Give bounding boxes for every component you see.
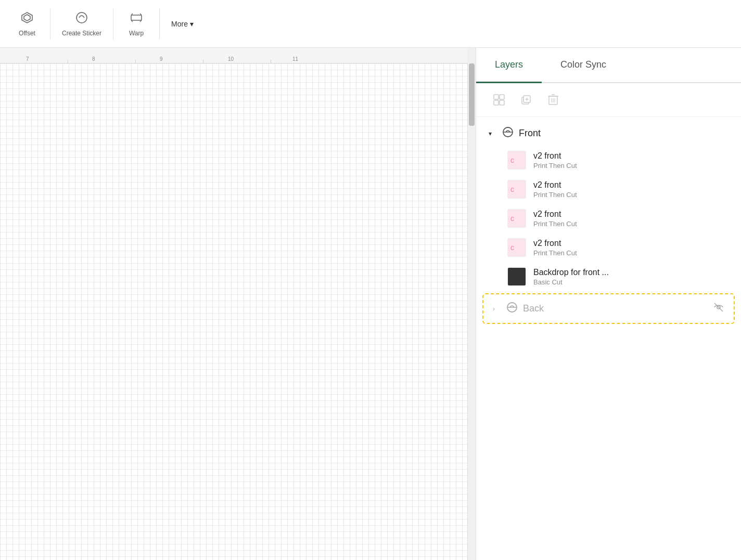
layer-name-4: v2 front xyxy=(533,239,577,248)
layer-item-3[interactable]: c v2 front Print Then Cut xyxy=(476,204,741,233)
offset-icon xyxy=(20,11,34,28)
toolbar: Offset Create Sticker Warp More xyxy=(0,0,741,48)
layer-info-backdrop: Backdrop for front ... Basic Cut xyxy=(533,268,609,286)
layer-info-2: v2 front Print Then Cut xyxy=(533,180,577,199)
layer-type-4: Print Then Cut xyxy=(533,249,577,257)
right-panel: Layers Color Sync xyxy=(476,48,741,560)
layer-type-2: Print Then Cut xyxy=(533,191,577,199)
divider-2 xyxy=(113,8,113,40)
front-group-label: Front xyxy=(519,128,541,139)
warp-label: Warp xyxy=(129,30,144,37)
layer-thumb-1: c xyxy=(507,151,526,170)
canvas-area[interactable]: 7 8 9 10 11 xyxy=(0,48,476,560)
layer-info-3: v2 front Print Then Cut xyxy=(533,210,577,228)
front-link-icon xyxy=(502,126,514,140)
layer-thumb-4: c xyxy=(507,238,526,257)
layer-item-1[interactable]: c v2 front Print Then Cut xyxy=(476,146,741,175)
layer-type-1: Print Then Cut xyxy=(533,162,577,170)
svg-rect-10 xyxy=(494,100,499,105)
main-area: 7 8 9 10 11 Layers Color Sync xyxy=(0,48,741,560)
svg-line-35 xyxy=(714,303,723,311)
layer-thumb-img-2: c xyxy=(508,180,526,198)
layer-thumb-backdrop xyxy=(507,267,526,286)
layer-info-1: v2 front Print Then Cut xyxy=(533,151,577,170)
svg-marker-0 xyxy=(22,12,32,23)
layers-list: ▾ Front c xyxy=(476,117,741,560)
layer-thumb-2: c xyxy=(507,180,526,199)
layer-thumb-img-3: c xyxy=(508,210,526,227)
svg-rect-3 xyxy=(131,15,142,20)
ruler-mark-9: 9 xyxy=(160,56,163,62)
svg-text:c: c xyxy=(510,156,514,164)
more-chevron-icon: ▾ xyxy=(190,20,194,28)
create-sticker-icon xyxy=(75,11,88,28)
scrollbar-vertical[interactable] xyxy=(467,63,476,560)
delete-button[interactable] xyxy=(543,89,564,110)
duplicate-button[interactable] xyxy=(516,89,536,110)
svg-text:c: c xyxy=(510,243,514,252)
layer-info-4: v2 front Print Then Cut xyxy=(533,239,577,257)
back-link-icon xyxy=(506,302,518,316)
group-back[interactable]: › Back xyxy=(482,293,735,324)
warp-tool[interactable]: Warp xyxy=(116,7,157,41)
group-button[interactable] xyxy=(489,89,509,110)
svg-rect-11 xyxy=(500,100,504,105)
layer-name-3: v2 front xyxy=(533,210,577,219)
svg-rect-9 xyxy=(500,95,504,99)
ruler-mark-8: 8 xyxy=(92,56,95,62)
ruler-mark-7: 7 xyxy=(26,56,29,62)
svg-rect-8 xyxy=(494,95,499,99)
tab-layers[interactable]: Layers xyxy=(476,48,542,83)
layer-type-3: Print Then Cut xyxy=(533,220,577,228)
layer-item-4[interactable]: c v2 front Print Then Cut xyxy=(476,233,741,262)
ruler-mark-11: 11 xyxy=(292,56,298,62)
layer-thumb-img-backdrop xyxy=(508,268,526,285)
scrollbar-thumb[interactable] xyxy=(469,63,475,126)
layer-name-1: v2 front xyxy=(533,151,577,161)
layer-name-2: v2 front xyxy=(533,180,577,190)
layer-item-backdrop[interactable]: Backdrop for front ... Basic Cut xyxy=(476,262,741,291)
offset-tool[interactable]: Offset xyxy=(6,7,48,41)
divider-3 xyxy=(159,8,160,40)
svg-point-2 xyxy=(76,12,87,23)
layer-name-backdrop: Backdrop for front ... xyxy=(533,268,609,277)
back-group-label: Back xyxy=(523,303,708,314)
group-front[interactable]: ▾ Front xyxy=(476,121,741,146)
grid-canvas xyxy=(0,63,467,560)
warp-icon xyxy=(130,11,143,28)
layer-type-backdrop: Basic Cut xyxy=(533,278,609,286)
svg-text:c: c xyxy=(510,214,514,223)
ruler-mark-10: 10 xyxy=(228,56,234,62)
layer-item-2[interactable]: c v2 front Print Then Cut xyxy=(476,175,741,204)
create-sticker-tool[interactable]: Create Sticker xyxy=(53,7,111,41)
panel-tabs: Layers Color Sync xyxy=(476,48,741,83)
tab-color-sync[interactable]: Color Sync xyxy=(542,48,625,83)
layer-thumb-3: c xyxy=(507,209,526,228)
layer-thumb-img-4: c xyxy=(508,239,526,256)
layer-thumb-img-1: c xyxy=(508,151,526,169)
svg-text:c: c xyxy=(510,185,514,193)
more-button[interactable]: More ▾ xyxy=(162,16,203,32)
layers-toolbar xyxy=(476,83,741,117)
front-chevron-icon: ▾ xyxy=(489,130,497,137)
back-chevron-icon: › xyxy=(493,305,501,312)
ruler-horizontal: 7 8 9 10 11 xyxy=(0,48,467,63)
divider-1 xyxy=(50,8,50,40)
eye-slash-icon xyxy=(713,302,724,316)
svg-marker-1 xyxy=(24,15,30,21)
create-sticker-label: Create Sticker xyxy=(62,30,101,37)
offset-label: Offset xyxy=(19,30,35,37)
more-label: More xyxy=(171,20,188,28)
